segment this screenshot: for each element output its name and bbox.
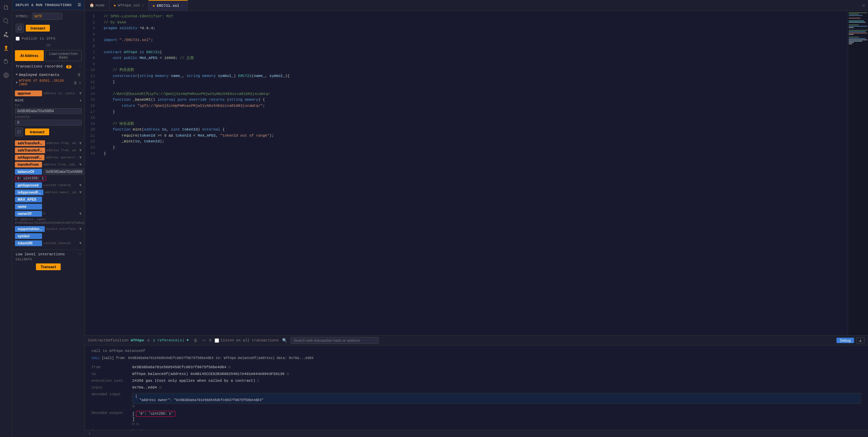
copy-icon[interactable]	[16, 24, 24, 33]
contract-close-icon[interactable]: ✕	[79, 81, 81, 85]
max-apes-button[interactable]: MAX_APES	[15, 197, 42, 202]
search-input[interactable]	[291, 337, 379, 344]
decoded-input-icons: ⧉	[132, 404, 861, 408]
safe-transfer-expand-1[interactable]: ▼	[79, 141, 82, 146]
call-title: call to WTFApe.balanceOf	[92, 349, 861, 353]
deployed-contracts-label: Deployed Contracts	[19, 73, 59, 77]
safe-transfer-hint-1: address from, address	[46, 142, 78, 145]
symbol-button[interactable]: symbol	[15, 233, 42, 239]
supports-expand[interactable]: ▼	[79, 227, 82, 232]
code-editor[interactable]: 12345 678910 1112131415 1617181920 21222…	[85, 11, 868, 335]
decoded-input-copy[interactable]: ⧉	[132, 404, 135, 408]
balance-of-input[interactable]	[43, 169, 85, 175]
execution-cost-info-icon[interactable]: ℹ	[257, 379, 259, 383]
approve-expand-icon[interactable]: ▼	[79, 91, 82, 96]
editor-area: 12345 678910 1112131415 1617181920 21222…	[85, 11, 868, 437]
detail-execution-cost-row: execution cost 24356 gas (Cost only appl…	[92, 379, 861, 383]
safe-transfer-from-button-1[interactable]: safeTransferF...	[15, 140, 45, 146]
undo-icon[interactable]: ↩	[201, 337, 207, 343]
fn-row-safetransfer1: safeTransferF... address from, address ▼	[12, 140, 84, 147]
deploy-icon[interactable]	[1, 43, 11, 53]
transfer-from-button[interactable]: transferFrom	[15, 162, 42, 167]
files-icon[interactable]	[1, 3, 11, 12]
safe-transfer-expand-2[interactable]: ▼	[79, 148, 82, 153]
listen-checkbox-row: listen on all transactions	[215, 338, 279, 343]
navigate-left-icon[interactable]: ‹	[88, 431, 91, 436]
ref-link[interactable]: 1 reference(s) ▼	[153, 338, 189, 342]
mint-to-label: to:	[15, 104, 82, 107]
info-icon[interactable]: ⋯	[79, 252, 81, 256]
mint-tokenid-label: tokenId:	[15, 115, 82, 119]
contract-trash-icon[interactable]: 🗑	[74, 81, 77, 85]
from-copy-icon[interactable]: ⧉	[228, 365, 231, 369]
listen-checkbox[interactable]	[215, 338, 219, 343]
set-approval-button[interactable]: setApprovalF...	[15, 155, 44, 160]
get-approved-button[interactable]: getApproved	[15, 182, 42, 188]
transact-bottom-button[interactable]: Transact	[36, 263, 61, 270]
set-approval-expand[interactable]: ▼	[79, 155, 82, 160]
name-button[interactable]: name	[15, 204, 42, 210]
symbol-label: SYMBOL:	[16, 15, 30, 18]
token-uri-expand[interactable]: ▼	[79, 241, 82, 246]
deployed-contracts-header: ▼ Deployed Contracts 🗑	[12, 71, 84, 78]
at-address-button[interactable]: At Address	[15, 50, 44, 61]
tab-wtfape[interactable]: ◆ WTFApe.sol ✕	[110, 0, 149, 11]
tab-home[interactable]: 🏠 Home	[85, 0, 110, 11]
supports-interface-button[interactable]: supportsInter...	[15, 226, 45, 232]
balance-of-button[interactable]: balanceOf	[15, 169, 42, 175]
trash-icon[interactable]: 🗑	[77, 73, 81, 77]
split-editor-icon[interactable]: ⊡	[863, 4, 865, 7]
input-copy-icon[interactable]: ⧉	[159, 386, 161, 390]
balance-of-result: 0: uint256: 1	[15, 176, 46, 181]
minimap	[848, 11, 868, 335]
mint-copy-icon[interactable]	[15, 127, 23, 136]
transactions-recorded-section[interactable]: Transactions recorded 2 ›	[12, 62, 84, 71]
tx-badge: 2	[66, 65, 71, 68]
detail-input-row: input 0x70a..edd4 ⧉	[92, 385, 861, 390]
bottom-right-controls: Debug ▲	[836, 337, 865, 343]
contract-function-list: approve address to, uint256 tol ▼ mint ▲…	[12, 88, 84, 248]
tab-erc721[interactable]: ◆ ERC721.sol ✕	[149, 0, 188, 11]
owner-of-expand[interactable]: ▼	[79, 212, 82, 216]
deployed-contracts-section: ▼ Deployed Contracts 🗑 ▼ WTFAPE AT 0XD91…	[12, 71, 84, 88]
erc721-tab-label: ERC721.sol	[157, 4, 179, 8]
git-icon[interactable]	[1, 30, 11, 39]
publish-ipfs-row: Publish to IPFS	[12, 35, 84, 42]
decoded-output-content: [ '0': 'uint256: 1'	[132, 411, 861, 417]
is-approved-button[interactable]: isApprovedF...	[15, 190, 43, 195]
decoded-output-expand[interactable]: ⊞	[137, 422, 139, 426]
symbol-input[interactable]	[32, 13, 62, 20]
balance-of-result-row: 0: uint256: 1	[12, 175, 84, 182]
call-detail-table: from 0x5B38Da6a701e568545dCfc8037f8075f5…	[92, 365, 861, 430]
is-approved-expand[interactable]: ▼	[79, 190, 82, 195]
approve-button[interactable]: approve	[15, 91, 42, 96]
bottom-content: call to WTFApe.balanceOf CALL [call] fro…	[85, 345, 868, 430]
search-icon[interactable]	[1, 16, 11, 26]
trash-transactions-icon[interactable]: 🗑	[192, 337, 199, 343]
transact-button[interactable]: transact	[26, 25, 50, 32]
safe-transfer-from-button-2[interactable]: safeTransferF...	[15, 147, 45, 153]
debug-icon[interactable]	[1, 57, 11, 66]
settings-icon[interactable]	[1, 71, 11, 80]
fn-row-approve: approve address to, uint256 tol ▼	[12, 90, 84, 97]
owner-of-button[interactable]: ownerOf	[15, 211, 42, 217]
mint-to-input[interactable]	[15, 108, 82, 114]
fn-row-isapproved: isApprovedF... address owner, addre ▼	[12, 189, 84, 196]
decoded-output-copy[interactable]: ⧉	[132, 422, 135, 426]
transfer-from-expand[interactable]: ▼	[79, 162, 82, 167]
mint-transact-button[interactable]: transact	[25, 128, 49, 135]
symbol-row: SYMBOL:	[12, 10, 84, 22]
get-approved-expand[interactable]: ▼	[79, 183, 82, 188]
mint-tokenid-input[interactable]	[15, 120, 82, 125]
decoded-output-block: [ '0': 'uint256: 1' ] ⧉ ⊞	[132, 411, 861, 426]
debug-button[interactable]: Debug	[836, 338, 854, 343]
expand-button[interactable]: ▲	[856, 337, 865, 343]
wtfape-tab-close[interactable]: ✕	[142, 3, 144, 7]
menu-icon[interactable]: ☰	[78, 3, 81, 7]
publish-ipfs-checkbox[interactable]	[16, 37, 20, 41]
load-contract-button[interactable]: Load contract from Addre	[45, 50, 82, 61]
mint-header[interactable]: mint ▲	[15, 98, 82, 103]
erc721-tab-close[interactable]: ✕	[181, 4, 183, 8]
to-copy-icon[interactable]: ⧉	[287, 372, 289, 376]
token-uri-button[interactable]: tokenURI	[15, 240, 42, 246]
